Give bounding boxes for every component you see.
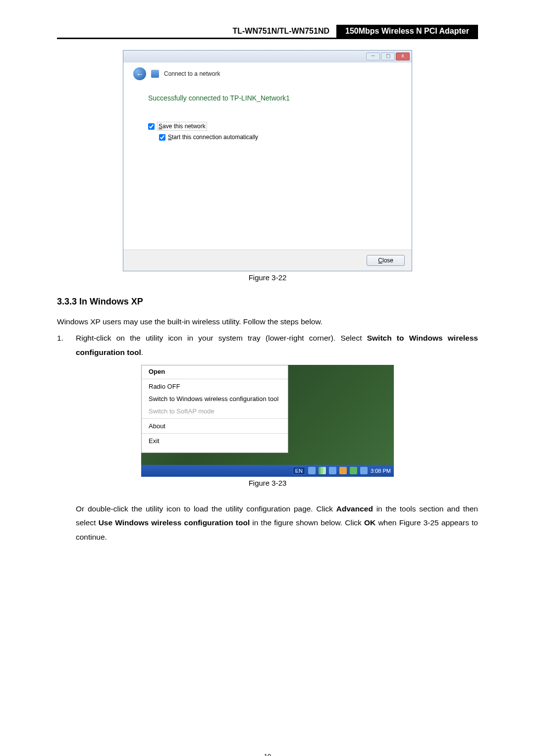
tray-icon-3[interactable] xyxy=(339,467,347,474)
taskbar: EN 3:08 PM xyxy=(141,465,394,477)
page-number: 19 xyxy=(57,753,478,756)
figure-caption-3-23: Figure 3-23 xyxy=(57,479,478,487)
menu-exit[interactable]: Exit xyxy=(142,435,288,447)
tray-icon-5[interactable] xyxy=(360,467,368,474)
header-model: TL-WN751N/TL-WN751ND xyxy=(57,25,336,38)
menu-switch-softap: Switch to SoftAP mode xyxy=(142,405,288,417)
dialog-footer: Close xyxy=(123,250,412,271)
success-message: Successfully connected to TP-LINK_Networ… xyxy=(148,94,398,102)
breadcrumb: ← Connect to a network xyxy=(133,67,398,80)
tray-icon-1[interactable] xyxy=(308,467,316,474)
menu-radio-off[interactable]: Radio OFF xyxy=(142,380,288,393)
context-menu-figure: Open Radio OFF Switch to Windows wireles… xyxy=(141,365,394,477)
save-network-row[interactable]: Save this network xyxy=(148,122,398,131)
maximize-button[interactable]: ▢ xyxy=(381,52,395,60)
step-1: 1. Right-click on the utility icon in yo… xyxy=(57,331,478,359)
back-icon[interactable]: ← xyxy=(133,67,146,80)
minimize-button[interactable]: ─ xyxy=(366,52,380,60)
desktop-background: Open Radio OFF Switch to Windows wireles… xyxy=(141,365,394,465)
start-auto-checkbox[interactable] xyxy=(159,134,165,141)
connect-network-dialog: ─ ▢ x ← Connect to a network Successfull… xyxy=(123,50,412,271)
language-indicator[interactable]: EN xyxy=(293,467,305,475)
start-auto-row[interactable]: Start this connection automatically xyxy=(159,134,398,141)
close-x-button[interactable]: x xyxy=(396,52,410,60)
tray-icon-2[interactable] xyxy=(329,467,336,474)
step-1-continued: Or double-click the utility icon to load… xyxy=(57,502,478,545)
menu-open[interactable]: Open xyxy=(142,365,288,378)
figure-caption-3-22: Figure 3-22 xyxy=(57,273,478,282)
tray-context-menu: Open Radio OFF Switch to Windows wireles… xyxy=(141,365,288,453)
header-bar: TL-WN751N/TL-WN751ND 150Mbps Wireless N … xyxy=(57,25,478,39)
dialog-title: Connect to a network xyxy=(164,70,220,77)
menu-about[interactable]: About xyxy=(142,420,288,432)
menu-switch-windows[interactable]: Switch to Windows wireless configuration… xyxy=(142,393,288,405)
tray-icon-4[interactable] xyxy=(350,467,357,474)
clock: 3:08 PM xyxy=(371,468,391,474)
save-network-checkbox[interactable] xyxy=(148,123,155,130)
intro-paragraph: Windows XP users may use the built-in wi… xyxy=(57,316,478,327)
header-desc: 150Mbps Wireless N PCI Adapter xyxy=(336,25,478,38)
titlebar: ─ ▢ x xyxy=(123,50,412,62)
network-icon xyxy=(151,70,159,78)
section-heading: 3.3.3 In Windows XP xyxy=(57,297,478,307)
step-number: 1. xyxy=(57,331,67,359)
close-button[interactable]: Close xyxy=(367,255,405,266)
signal-icon[interactable] xyxy=(319,467,326,474)
